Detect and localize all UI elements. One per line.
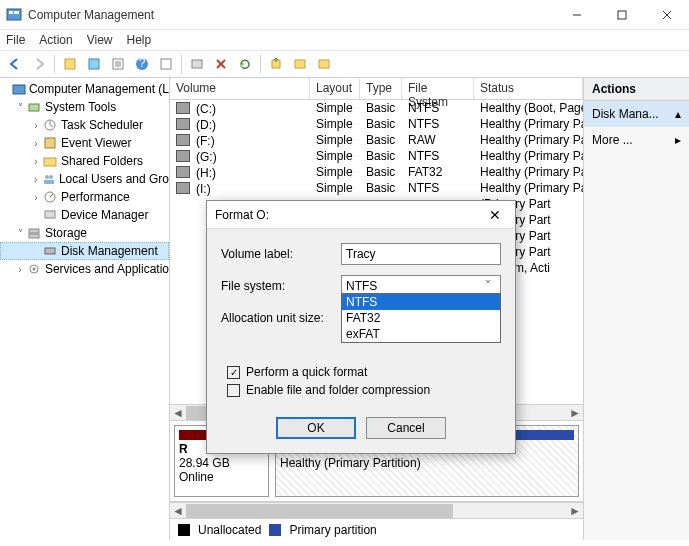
help-icon[interactable]: ? (131, 53, 153, 75)
dropdown-option[interactable]: FAT32 (342, 310, 500, 326)
svg-rect-18 (319, 60, 329, 68)
dialog-close-button[interactable]: ✕ (483, 207, 507, 223)
tree-shared-folders[interactable]: ›Shared Folders (0, 152, 169, 170)
tree-services[interactable]: ›Services and Applicatio (0, 260, 169, 278)
tree-performance[interactable]: ›Performance (0, 188, 169, 206)
menu-file[interactable]: File (6, 33, 25, 47)
svg-rect-19 (13, 85, 25, 94)
actions-disk-management[interactable]: Disk Mana... ▴ (584, 101, 689, 127)
app-icon (6, 7, 22, 23)
svg-rect-7 (65, 59, 75, 69)
toolbar-icon[interactable] (107, 53, 129, 75)
volume-list-header: Volume Layout Type File System Status (170, 78, 583, 100)
filesystem-dropdown[interactable]: NTFS FAT32 exFAT (341, 293, 501, 343)
table-row[interactable]: (H:)SimpleBasicFAT32Healthy (Primary Par… (170, 164, 583, 180)
table-row[interactable]: (G:)SimpleBasicNTFSHealthy (Primary Part (170, 148, 583, 164)
scroll-right-icon[interactable]: ► (567, 503, 583, 519)
svg-rect-4 (618, 11, 626, 19)
quick-format-checkbox[interactable]: ✓Perform a quick format (227, 365, 501, 379)
volume-label-input[interactable] (341, 243, 501, 265)
cancel-button[interactable]: Cancel (366, 417, 446, 439)
svg-rect-13 (192, 60, 202, 68)
scroll-left-icon[interactable]: ◄ (170, 405, 186, 421)
toolbar-icon[interactable] (83, 53, 105, 75)
menu-help[interactable]: Help (127, 33, 152, 47)
titlebar: Computer Management (0, 0, 689, 30)
svg-point-33 (32, 268, 35, 271)
menubar: File Action View Help (0, 30, 689, 50)
svg-rect-0 (7, 9, 21, 20)
tree-root[interactable]: Computer Management (L (0, 80, 169, 98)
svg-rect-2 (14, 11, 19, 14)
chevron-right-icon: ▸ (675, 133, 681, 147)
svg-rect-1 (9, 11, 13, 14)
partition-status: Healthy (Primary Partition) (280, 456, 574, 470)
collapse-icon: ▴ (675, 107, 681, 121)
dropdown-option[interactable]: exFAT (342, 326, 500, 342)
svg-rect-23 (44, 158, 56, 166)
svg-rect-20 (29, 104, 39, 111)
ok-button[interactable]: OK (276, 417, 356, 439)
svg-rect-12 (161, 59, 171, 69)
tree-task-scheduler[interactable]: ›Task Scheduler (0, 116, 169, 134)
tree-local-users[interactable]: ›Local Users and Gro (0, 170, 169, 188)
col-status[interactable]: Status (474, 78, 583, 99)
tree-system-tools[interactable]: ˅System Tools (0, 98, 169, 116)
svg-point-25 (49, 175, 53, 179)
compression-checkbox[interactable]: Enable file and folder compression (227, 383, 501, 397)
svg-rect-31 (45, 248, 55, 254)
col-layout[interactable]: Layout (310, 78, 360, 99)
toolbar-icon[interactable] (59, 53, 81, 75)
tree-disk-management[interactable]: Disk Management (0, 242, 169, 260)
allocation-unit-label: Allocation unit size: (221, 311, 341, 325)
maximize-button[interactable] (599, 0, 644, 30)
legend: Unallocated Primary partition (170, 518, 583, 540)
forward-button[interactable] (28, 53, 50, 75)
legend-swatch-unallocated (178, 524, 190, 536)
window-title: Computer Management (28, 8, 554, 22)
disk-size: 28.94 GB (179, 456, 264, 470)
svg-rect-17 (295, 60, 305, 68)
actions-header: Actions (584, 78, 689, 101)
tree-event-viewer[interactable]: ›Event Viewer (0, 134, 169, 152)
disk-hscroll[interactable]: ◄ ► (170, 502, 583, 518)
svg-point-24 (45, 175, 49, 179)
col-volume[interactable]: Volume (170, 78, 310, 99)
dropdown-option[interactable]: NTFS (342, 294, 500, 310)
scroll-right-icon[interactable]: ► (567, 405, 583, 421)
legend-primary: Primary partition (289, 523, 376, 537)
delete-icon[interactable] (210, 53, 232, 75)
chevron-down-icon: ˅ (480, 279, 496, 293)
svg-rect-26 (44, 180, 54, 184)
legend-swatch-primary (269, 524, 281, 536)
close-button[interactable] (644, 0, 689, 30)
col-filesystem[interactable]: File System (402, 78, 474, 99)
toolbar-icon[interactable] (265, 53, 287, 75)
menu-view[interactable]: View (87, 33, 113, 47)
toolbar-icon[interactable] (155, 53, 177, 75)
tree-device-manager[interactable]: Device Manager (0, 206, 169, 224)
back-button[interactable] (4, 53, 26, 75)
table-row[interactable]: (F:)SimpleBasicRAWHealthy (Primary Part (170, 132, 583, 148)
volume-label-label: Volume label: (221, 247, 341, 261)
menu-action[interactable]: Action (39, 33, 72, 47)
tree-pane: Computer Management (L ˅System Tools ›Ta… (0, 78, 170, 540)
refresh-icon[interactable] (234, 53, 256, 75)
toolbar: ? (0, 50, 689, 78)
table-row[interactable]: (C:)SimpleBasicNTFSHealthy (Boot, Page F (170, 100, 583, 116)
svg-rect-28 (45, 211, 55, 218)
toolbar-icon[interactable] (313, 53, 335, 75)
actions-pane: Actions Disk Mana... ▴ More ... ▸ (584, 78, 689, 540)
disk-status: Online (179, 470, 264, 484)
table-row[interactable]: (I:)SimpleBasicNTFSHealthy (Primary Part (170, 180, 583, 196)
minimize-button[interactable] (554, 0, 599, 30)
tree-storage[interactable]: ˅Storage (0, 224, 169, 242)
col-type[interactable]: Type (360, 78, 402, 99)
table-row[interactable]: (D:)SimpleBasicNTFSHealthy (Primary Part (170, 116, 583, 132)
svg-rect-30 (29, 234, 39, 238)
toolbar-icon[interactable] (289, 53, 311, 75)
toolbar-icon[interactable] (186, 53, 208, 75)
scroll-left-icon[interactable]: ◄ (170, 503, 186, 519)
actions-more[interactable]: More ... ▸ (584, 127, 689, 153)
filesystem-label: File system: (221, 279, 341, 293)
